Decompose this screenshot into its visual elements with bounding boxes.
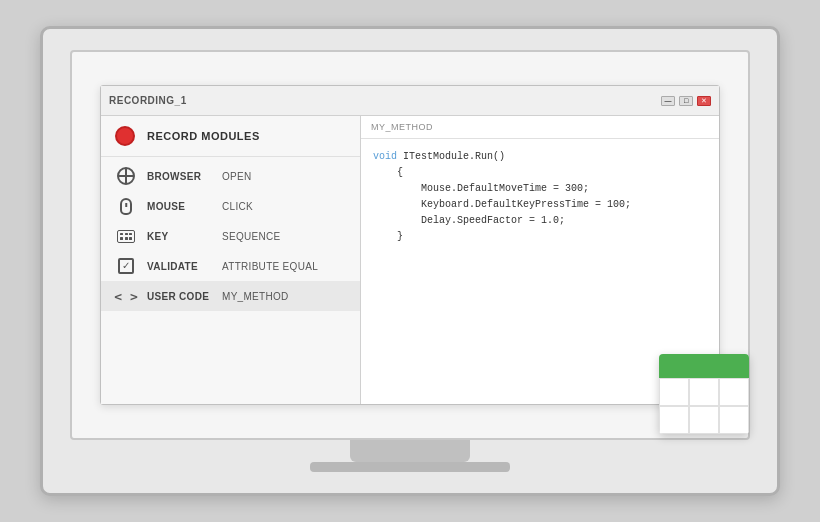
calendar-cell <box>689 378 719 406</box>
key-label: KEY <box>147 231 222 242</box>
record-header: RECORD MODULES <box>101 116 360 157</box>
module-item-browser[interactable]: BROWSER OPEN <box>101 161 360 191</box>
module-item-key[interactable]: KEY SEQUENCE <box>101 221 360 251</box>
calendar-header <box>659 354 749 378</box>
calendar-cell <box>719 378 749 406</box>
record-label: RECORD MODULES <box>147 130 260 142</box>
window-body: RECORD MODULES BROWSER OPEN <box>101 116 719 404</box>
module-item-validate[interactable]: VALIDATE ATTRIBUTE EQUAL <box>101 251 360 281</box>
calendar-cell <box>689 406 719 434</box>
window: RECORDING_1 — □ ✕ RECORD MODULES <box>100 85 720 405</box>
code-line-6: } <box>373 229 707 245</box>
maximize-button[interactable]: □ <box>679 96 693 106</box>
browser-label: BROWSER <box>147 171 222 182</box>
window-title: RECORDING_1 <box>109 95 187 106</box>
left-panel: RECORD MODULES BROWSER OPEN <box>101 116 361 404</box>
validate-icon <box>115 257 137 275</box>
module-list: BROWSER OPEN MOUSE CLICK <box>101 157 360 404</box>
mouse-label: MOUSE <box>147 201 222 212</box>
code-method-header: MY_METHOD <box>361 116 719 139</box>
mouse-icon <box>115 197 137 215</box>
monitor-stand <box>350 440 470 462</box>
code-line-5: Delay.SpeedFactor = 1.0; <box>373 213 707 229</box>
code-line-4: Keyboard.DefaultKeyPressTime = 100; <box>373 197 707 213</box>
usercode-value: MY_METHOD <box>222 291 289 302</box>
validate-value: ATTRIBUTE EQUAL <box>222 261 318 272</box>
close-button[interactable]: ✕ <box>697 96 711 106</box>
minimize-button[interactable]: — <box>661 96 675 106</box>
monitor-base <box>310 462 510 472</box>
mouse-value: CLICK <box>222 201 253 212</box>
calendar-widget <box>659 354 749 434</box>
browser-value: OPEN <box>222 171 252 182</box>
code-line-2: { <box>373 165 707 181</box>
module-item-mouse[interactable]: MOUSE CLICK <box>101 191 360 221</box>
record-icon <box>115 126 135 146</box>
monitor: RECORDING_1 — □ ✕ RECORD MODULES <box>40 26 780 496</box>
calendar-grid <box>659 378 749 434</box>
window-controls: — □ ✕ <box>661 96 711 106</box>
browser-icon <box>115 167 137 185</box>
calendar-cell <box>659 378 689 406</box>
code-line-1: void ITestModule.Run() <box>373 149 707 165</box>
monitor-screen: RECORDING_1 — □ ✕ RECORD MODULES <box>70 50 750 440</box>
usercode-label: USER CODE <box>147 291 222 302</box>
validate-label: VALIDATE <box>147 261 222 272</box>
calendar-cell <box>659 406 689 434</box>
key-icon <box>115 227 137 245</box>
code-line-3: Mouse.DefaultMoveTime = 300; <box>373 181 707 197</box>
calendar-cell <box>719 406 749 434</box>
module-item-usercode[interactable]: < > USER CODE MY_METHOD <box>101 281 360 311</box>
code-icon: < > <box>115 287 137 305</box>
window-titlebar: RECORDING_1 — □ ✕ <box>101 86 719 116</box>
key-value: SEQUENCE <box>222 231 281 242</box>
